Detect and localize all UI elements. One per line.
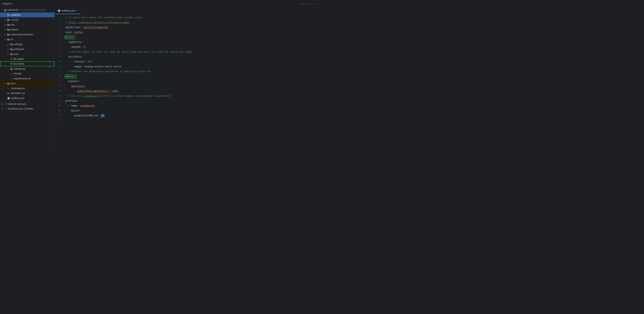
sidebar-item-db[interactable]: ⊞ db.sqlite3: [0, 57, 54, 61]
ingress-folder-icon: [7, 28, 10, 31]
svg-rect-7: [7, 24, 8, 24]
sidebar-item-readmes[interactable]: .readmes: [0, 12, 54, 17]
markdown-icon: M↓: [7, 92, 10, 95]
src-arrow: [4, 38, 6, 41]
skaffold-icon: S: [7, 97, 10, 100]
img-folder-icon: [7, 23, 10, 26]
sidebar-item-img[interactable]: img: [0, 22, 54, 27]
sidebar-item-todo[interactable]: P todo: [0, 52, 54, 57]
sidebar-item-venv[interactable]: venv: [0, 81, 54, 86]
svg-rect-11: [7, 34, 8, 34]
venv-arrow: [4, 82, 6, 85]
requirements-icon: ≡: [10, 77, 13, 80]
top-bar: Project ▾ ⊕ ◇ ✕ ⋯ —: [0, 0, 322, 7]
ingress-label: ingress: [10, 28, 18, 31]
add-icon[interactable]: ⊕: [301, 2, 303, 5]
chevron-down-icon: ▾: [10, 2, 12, 5]
svg-text:P: P: [12, 50, 13, 50]
scratches-arrow: [1, 107, 4, 110]
minimize-icon[interactable]: —: [318, 2, 320, 5]
code-line-5: 5 build:: [55, 35, 322, 40]
python-icon: 🐍: [10, 67, 13, 70]
todo-arrow: [7, 53, 10, 55]
sidebar-item-managepy[interactable]: 🐍 manage.py: [0, 66, 54, 71]
code-line-20: 20 build:: [55, 108, 322, 113]
code-line-4: 4 kind: Config: [55, 30, 322, 35]
library-icon: ⊞: [4, 103, 7, 105]
code-line-2: 2 # https://skaffold.dev/docs/references…: [55, 20, 322, 25]
vscode-label: .vscode: [10, 18, 19, 21]
sidebar-item-src[interactable]: src: [0, 37, 54, 42]
venv-folder-icon: [7, 82, 10, 85]
project-title[interactable]: Project ▾: [2, 2, 12, 5]
db-icon: ⊞: [10, 58, 13, 60]
sidebar-item-dockerignore[interactable]: ⊘ .dockerignore: [0, 86, 54, 91]
code-line-18: 18 profiles:: [55, 98, 322, 103]
svg-rect-23: [10, 53, 11, 54]
helloworld-arrow: [7, 48, 10, 50]
sidebar-item-dockerfile[interactable]: Dockerfile: [0, 61, 54, 66]
sidebar-item-helloapp[interactable]: P helloapp: [0, 42, 54, 47]
sidebar-item-procfile[interactable]: ≡ Procfile: [0, 71, 54, 76]
svg-rect-5: [7, 19, 8, 20]
kubernetes-arrow: [4, 33, 6, 36]
ext-lib-arrow: [1, 103, 4, 105]
tab-filename: skaffold.yaml: [62, 9, 75, 12]
svg-rect-1: [4, 9, 5, 10]
kubernetes-folder-icon: [7, 33, 10, 36]
skaffold-label: skaffold.yaml: [10, 97, 24, 100]
sidebar-item-external-libraries[interactable]: ⊞ External Libraries: [0, 101, 54, 106]
helloapp-label: helloapp: [14, 43, 22, 46]
svg-text:P: P: [12, 45, 13, 45]
svg-rect-9: [7, 29, 8, 29]
readmes-label: .readmes: [10, 13, 20, 16]
more-icon[interactable]: ⋯: [314, 2, 316, 5]
src-label: src: [10, 38, 14, 41]
requirements-label: requirements.txt: [14, 77, 30, 80]
tab-close-button[interactable]: ✕: [76, 9, 78, 12]
kubernetes-label: kubernetes-manifests: [10, 33, 33, 36]
readmes-arrow: [4, 13, 6, 16]
root-arrow: [1, 9, 4, 11]
code-line-6: 6 tagPolicy:: [55, 40, 322, 44]
img-arrow: [4, 23, 6, 26]
sidebar-item-kubernetes[interactable]: kubernetes-manifests: [0, 32, 54, 37]
svg-text:P: P: [12, 54, 13, 55]
close-icon[interactable]: ✕: [310, 2, 311, 5]
managepy-label: manage.py: [14, 67, 25, 70]
docker-icon: [10, 63, 13, 65]
sidebar-root[interactable]: helloworld ~/PycharmProjects/helloworld: [0, 7, 54, 12]
img-label: img: [10, 23, 14, 26]
tab-skaffold[interactable]: S skaffold.yaml ✕: [56, 8, 80, 14]
sidebar-item-helloworld[interactable]: P helloworld: [0, 47, 54, 52]
tab-bar: S skaffold.yaml ✕: [55, 7, 322, 14]
code-line-16: 16 - kubernetes-manifests/**.yaml: [55, 89, 322, 94]
sidebar: helloworld ~/PycharmProjects/helloworld …: [0, 7, 55, 157]
code-line-12: 12 # defines the Kubernetes manifests to…: [55, 69, 322, 74]
db-label: db.sqlite3: [14, 58, 24, 60]
code-line-9: 9 artifacts:: [55, 54, 322, 59]
svg-rect-3: [7, 14, 8, 15]
procfile-icon: ≡: [10, 72, 13, 75]
code-line-17: 17 # use the cloudbuild profile to build…: [55, 94, 322, 98]
dockerfile-label: Dockerfile: [14, 63, 24, 65]
ingress-arrow: [4, 28, 6, 31]
sidebar-item-requirements[interactable]: ≡ requirements.txt: [0, 76, 54, 81]
sidebar-item-scratches[interactable]: ≡ Scratches and Consoles: [0, 106, 54, 111]
sidebar-item-ingress[interactable]: ingress: [0, 27, 54, 32]
sidebar-item-skaffold[interactable]: S skaffold.yaml: [0, 96, 54, 101]
sidebar-item-readme[interactable]: M↓ README.md: [0, 91, 54, 96]
readmes-folder-icon: [7, 13, 10, 16]
helloapp-arrow: [7, 43, 10, 46]
readme-label: README.md: [10, 92, 24, 95]
project-label: Project: [2, 2, 10, 5]
code-line-13: 13 deploy:: [55, 74, 322, 79]
code-line-22: 22: [55, 118, 322, 123]
code-line-19: 19 - name: cloudbuild: [55, 103, 322, 108]
svg-rect-15: [10, 43, 11, 44]
code-line-8: 8 # defines where to find the code at bu…: [55, 49, 322, 54]
bookmark-icon[interactable]: ◇: [306, 2, 307, 5]
code-line-1: 1 # To learn more about the skaffold.yam…: [55, 15, 322, 20]
code-editor[interactable]: 1 # To learn more about the skaffold.yam…: [55, 14, 322, 157]
sidebar-item-vscode[interactable]: .vscode: [0, 17, 54, 22]
